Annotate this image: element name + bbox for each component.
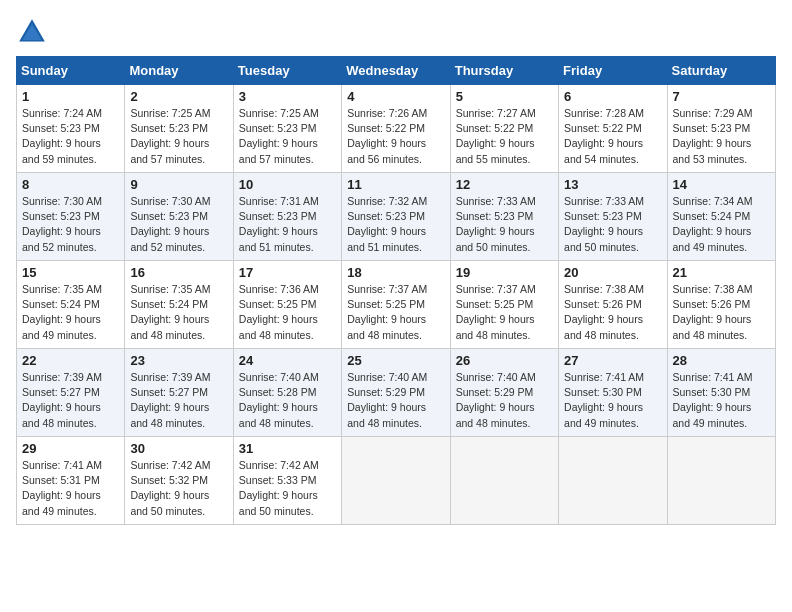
day-info: Sunrise: 7:42 AM Sunset: 5:32 PM Dayligh… (130, 458, 227, 519)
calendar-cell: 19Sunrise: 7:37 AM Sunset: 5:25 PM Dayli… (450, 261, 558, 349)
day-number: 1 (22, 89, 119, 104)
day-number: 9 (130, 177, 227, 192)
calendar-cell: 29Sunrise: 7:41 AM Sunset: 5:31 PM Dayli… (17, 437, 125, 525)
day-info: Sunrise: 7:36 AM Sunset: 5:25 PM Dayligh… (239, 282, 336, 343)
day-number: 3 (239, 89, 336, 104)
day-number: 30 (130, 441, 227, 456)
day-number: 10 (239, 177, 336, 192)
day-number: 27 (564, 353, 661, 368)
calendar-week-2: 8Sunrise: 7:30 AM Sunset: 5:23 PM Daylig… (17, 173, 776, 261)
day-info: Sunrise: 7:35 AM Sunset: 5:24 PM Dayligh… (130, 282, 227, 343)
calendar-cell: 2Sunrise: 7:25 AM Sunset: 5:23 PM Daylig… (125, 85, 233, 173)
calendar-cell: 1Sunrise: 7:24 AM Sunset: 5:23 PM Daylig… (17, 85, 125, 173)
day-info: Sunrise: 7:40 AM Sunset: 5:28 PM Dayligh… (239, 370, 336, 431)
calendar-cell: 14Sunrise: 7:34 AM Sunset: 5:24 PM Dayli… (667, 173, 775, 261)
day-info: Sunrise: 7:37 AM Sunset: 5:25 PM Dayligh… (347, 282, 444, 343)
calendar-cell: 16Sunrise: 7:35 AM Sunset: 5:24 PM Dayli… (125, 261, 233, 349)
day-info: Sunrise: 7:30 AM Sunset: 5:23 PM Dayligh… (130, 194, 227, 255)
calendar-cell (667, 437, 775, 525)
day-info: Sunrise: 7:41 AM Sunset: 5:31 PM Dayligh… (22, 458, 119, 519)
calendar-cell: 10Sunrise: 7:31 AM Sunset: 5:23 PM Dayli… (233, 173, 341, 261)
calendar-header: SundayMondayTuesdayWednesdayThursdayFrid… (17, 57, 776, 85)
day-info: Sunrise: 7:39 AM Sunset: 5:27 PM Dayligh… (22, 370, 119, 431)
day-info: Sunrise: 7:33 AM Sunset: 5:23 PM Dayligh… (564, 194, 661, 255)
day-info: Sunrise: 7:28 AM Sunset: 5:22 PM Dayligh… (564, 106, 661, 167)
weekday-header-monday: Monday (125, 57, 233, 85)
calendar-cell: 4Sunrise: 7:26 AM Sunset: 5:22 PM Daylig… (342, 85, 450, 173)
calendar-body: 1Sunrise: 7:24 AM Sunset: 5:23 PM Daylig… (17, 85, 776, 525)
day-number: 17 (239, 265, 336, 280)
day-number: 28 (673, 353, 770, 368)
day-number: 4 (347, 89, 444, 104)
day-number: 26 (456, 353, 553, 368)
calendar-cell: 22Sunrise: 7:39 AM Sunset: 5:27 PM Dayli… (17, 349, 125, 437)
day-number: 12 (456, 177, 553, 192)
day-number: 19 (456, 265, 553, 280)
day-number: 31 (239, 441, 336, 456)
day-info: Sunrise: 7:30 AM Sunset: 5:23 PM Dayligh… (22, 194, 119, 255)
calendar-week-5: 29Sunrise: 7:41 AM Sunset: 5:31 PM Dayli… (17, 437, 776, 525)
day-number: 6 (564, 89, 661, 104)
weekday-header-saturday: Saturday (667, 57, 775, 85)
weekday-header-row: SundayMondayTuesdayWednesdayThursdayFrid… (17, 57, 776, 85)
day-number: 22 (22, 353, 119, 368)
day-info: Sunrise: 7:39 AM Sunset: 5:27 PM Dayligh… (130, 370, 227, 431)
calendar-table: SundayMondayTuesdayWednesdayThursdayFrid… (16, 56, 776, 525)
calendar-cell: 23Sunrise: 7:39 AM Sunset: 5:27 PM Dayli… (125, 349, 233, 437)
day-number: 18 (347, 265, 444, 280)
day-number: 24 (239, 353, 336, 368)
calendar-cell: 20Sunrise: 7:38 AM Sunset: 5:26 PM Dayli… (559, 261, 667, 349)
day-info: Sunrise: 7:24 AM Sunset: 5:23 PM Dayligh… (22, 106, 119, 167)
day-number: 13 (564, 177, 661, 192)
weekday-header-sunday: Sunday (17, 57, 125, 85)
day-info: Sunrise: 7:25 AM Sunset: 5:23 PM Dayligh… (130, 106, 227, 167)
calendar-cell: 26Sunrise: 7:40 AM Sunset: 5:29 PM Dayli… (450, 349, 558, 437)
calendar-cell: 5Sunrise: 7:27 AM Sunset: 5:22 PM Daylig… (450, 85, 558, 173)
calendar-cell: 11Sunrise: 7:32 AM Sunset: 5:23 PM Dayli… (342, 173, 450, 261)
calendar-cell: 12Sunrise: 7:33 AM Sunset: 5:23 PM Dayli… (450, 173, 558, 261)
day-number: 21 (673, 265, 770, 280)
day-info: Sunrise: 7:26 AM Sunset: 5:22 PM Dayligh… (347, 106, 444, 167)
calendar-cell (559, 437, 667, 525)
day-info: Sunrise: 7:38 AM Sunset: 5:26 PM Dayligh… (673, 282, 770, 343)
day-number: 7 (673, 89, 770, 104)
day-number: 8 (22, 177, 119, 192)
day-number: 16 (130, 265, 227, 280)
day-info: Sunrise: 7:41 AM Sunset: 5:30 PM Dayligh… (564, 370, 661, 431)
calendar-cell: 18Sunrise: 7:37 AM Sunset: 5:25 PM Dayli… (342, 261, 450, 349)
calendar-cell: 21Sunrise: 7:38 AM Sunset: 5:26 PM Dayli… (667, 261, 775, 349)
day-info: Sunrise: 7:27 AM Sunset: 5:22 PM Dayligh… (456, 106, 553, 167)
day-info: Sunrise: 7:41 AM Sunset: 5:30 PM Dayligh… (673, 370, 770, 431)
calendar-cell: 30Sunrise: 7:42 AM Sunset: 5:32 PM Dayli… (125, 437, 233, 525)
calendar-cell: 28Sunrise: 7:41 AM Sunset: 5:30 PM Dayli… (667, 349, 775, 437)
day-info: Sunrise: 7:38 AM Sunset: 5:26 PM Dayligh… (564, 282, 661, 343)
day-info: Sunrise: 7:40 AM Sunset: 5:29 PM Dayligh… (347, 370, 444, 431)
logo-icon (16, 16, 48, 48)
calendar-cell: 24Sunrise: 7:40 AM Sunset: 5:28 PM Dayli… (233, 349, 341, 437)
calendar-cell: 27Sunrise: 7:41 AM Sunset: 5:30 PM Dayli… (559, 349, 667, 437)
day-info: Sunrise: 7:34 AM Sunset: 5:24 PM Dayligh… (673, 194, 770, 255)
day-number: 11 (347, 177, 444, 192)
day-info: Sunrise: 7:29 AM Sunset: 5:23 PM Dayligh… (673, 106, 770, 167)
weekday-header-thursday: Thursday (450, 57, 558, 85)
weekday-header-wednesday: Wednesday (342, 57, 450, 85)
calendar-cell (342, 437, 450, 525)
day-number: 2 (130, 89, 227, 104)
day-info: Sunrise: 7:37 AM Sunset: 5:25 PM Dayligh… (456, 282, 553, 343)
day-info: Sunrise: 7:33 AM Sunset: 5:23 PM Dayligh… (456, 194, 553, 255)
day-number: 25 (347, 353, 444, 368)
day-info: Sunrise: 7:35 AM Sunset: 5:24 PM Dayligh… (22, 282, 119, 343)
day-info: Sunrise: 7:31 AM Sunset: 5:23 PM Dayligh… (239, 194, 336, 255)
calendar-cell: 8Sunrise: 7:30 AM Sunset: 5:23 PM Daylig… (17, 173, 125, 261)
day-info: Sunrise: 7:42 AM Sunset: 5:33 PM Dayligh… (239, 458, 336, 519)
day-info: Sunrise: 7:32 AM Sunset: 5:23 PM Dayligh… (347, 194, 444, 255)
day-number: 20 (564, 265, 661, 280)
day-number: 23 (130, 353, 227, 368)
calendar-cell: 25Sunrise: 7:40 AM Sunset: 5:29 PM Dayli… (342, 349, 450, 437)
day-info: Sunrise: 7:25 AM Sunset: 5:23 PM Dayligh… (239, 106, 336, 167)
calendar-cell: 31Sunrise: 7:42 AM Sunset: 5:33 PM Dayli… (233, 437, 341, 525)
weekday-header-friday: Friday (559, 57, 667, 85)
calendar-cell: 9Sunrise: 7:30 AM Sunset: 5:23 PM Daylig… (125, 173, 233, 261)
day-number: 5 (456, 89, 553, 104)
weekday-header-tuesday: Tuesday (233, 57, 341, 85)
